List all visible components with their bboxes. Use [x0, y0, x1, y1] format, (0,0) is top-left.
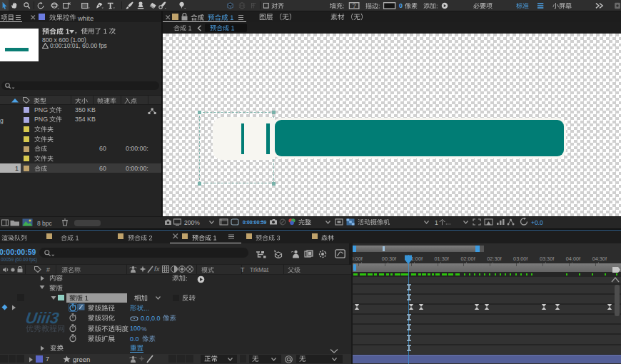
svg-text:?: ? — [353, 2, 356, 9]
